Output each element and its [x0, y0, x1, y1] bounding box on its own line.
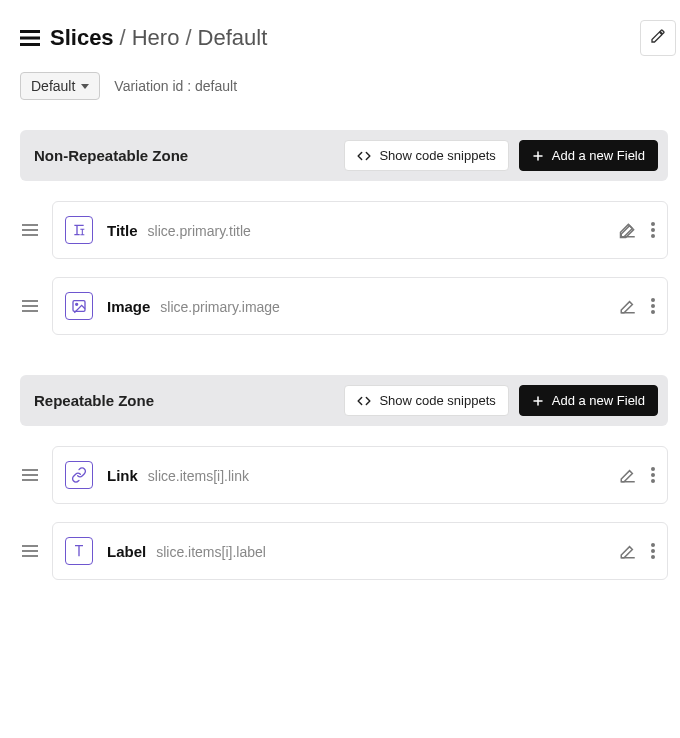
field-row: Title slice.primary.title — [20, 201, 668, 259]
field-menu-button[interactable] — [651, 467, 655, 483]
variation-select-label: Default — [31, 78, 75, 94]
field-menu-button[interactable] — [651, 298, 655, 314]
edit-field-button[interactable] — [619, 542, 637, 560]
field-menu-button[interactable] — [651, 222, 655, 238]
zone-title: Non-Repeatable Zone — [34, 147, 188, 164]
drag-handle-icon[interactable] — [20, 299, 40, 313]
svg-rect-27 — [22, 545, 38, 547]
zone-header: Repeatable Zone Show code snippets Add a… — [20, 375, 668, 426]
add-field-label: Add a new Field — [552, 393, 645, 408]
text-field-icon — [65, 216, 93, 244]
drag-handle-icon[interactable] — [20, 544, 40, 558]
svg-rect-11 — [22, 300, 38, 302]
field-path: slice.items[i].label — [156, 544, 266, 560]
edit-field-button[interactable] — [619, 221, 637, 239]
plus-icon — [532, 150, 544, 162]
svg-point-26 — [651, 479, 655, 483]
svg-rect-1 — [20, 37, 40, 40]
field-row: Image slice.primary.image — [20, 277, 668, 335]
link-field-icon — [65, 461, 93, 489]
field-name: Link — [107, 467, 138, 484]
label-field-icon — [65, 537, 93, 565]
svg-rect-13 — [22, 310, 38, 312]
variation-select[interactable]: Default — [20, 72, 100, 100]
breadcrumb-variation: Default — [198, 25, 268, 51]
svg-point-25 — [651, 473, 655, 477]
menu-icon[interactable] — [20, 30, 40, 46]
field-menu-button[interactable] — [651, 543, 655, 559]
edit-field-button[interactable] — [619, 297, 637, 315]
svg-rect-29 — [22, 555, 38, 557]
svg-rect-23 — [22, 479, 38, 481]
chevron-down-icon — [81, 84, 89, 89]
svg-rect-0 — [20, 30, 40, 33]
svg-rect-22 — [22, 474, 38, 476]
svg-point-16 — [651, 298, 655, 302]
field-list: Title slice.primary.title — [20, 181, 668, 335]
field-name: Title — [107, 222, 138, 239]
zone-header: Non-Repeatable Zone Show code snippets A… — [20, 130, 668, 181]
svg-rect-6 — [22, 229, 38, 231]
code-icon — [357, 394, 371, 408]
field-path: slice.items[i].link — [148, 468, 249, 484]
svg-rect-2 — [20, 43, 40, 46]
field-list: Link slice.items[i].link — [20, 426, 668, 580]
svg-rect-7 — [22, 234, 38, 236]
breadcrumb-slice[interactable]: Hero — [132, 25, 180, 51]
show-code-snippets-button[interactable]: Show code snippets — [344, 385, 508, 416]
field-name: Label — [107, 543, 146, 560]
edit-field-button[interactable] — [619, 466, 637, 484]
breadcrumb: Slices / Hero / Default — [50, 25, 267, 51]
svg-rect-21 — [22, 469, 38, 471]
field-row: Label slice.items[i].label — [20, 522, 668, 580]
add-field-label: Add a new Field — [552, 148, 645, 163]
show-snippets-label: Show code snippets — [379, 393, 495, 408]
svg-point-18 — [651, 310, 655, 314]
non-repeatable-zone: Non-Repeatable Zone Show code snippets A… — [20, 130, 668, 335]
drag-handle-icon[interactable] — [20, 468, 40, 482]
svg-point-32 — [651, 555, 655, 559]
add-field-button[interactable]: Add a new Field — [519, 385, 658, 416]
edit-button[interactable] — [640, 20, 676, 56]
svg-point-9 — [651, 228, 655, 232]
svg-point-10 — [651, 234, 655, 238]
svg-point-15 — [76, 303, 78, 305]
variation-id-label: Variation id : default — [114, 78, 237, 94]
svg-point-24 — [651, 467, 655, 471]
svg-rect-28 — [22, 550, 38, 552]
field-card: Label slice.items[i].label — [52, 522, 668, 580]
breadcrumb-sep: / — [185, 25, 191, 51]
code-icon — [357, 149, 371, 163]
field-row: Link slice.items[i].link — [20, 446, 668, 504]
field-name: Image — [107, 298, 150, 315]
plus-icon — [532, 395, 544, 407]
field-path: slice.primary.title — [148, 223, 251, 239]
show-code-snippets-button[interactable]: Show code snippets — [344, 140, 508, 171]
variation-row: Default Variation id : default — [20, 72, 680, 100]
zone-title: Repeatable Zone — [34, 392, 154, 409]
svg-point-30 — [651, 543, 655, 547]
svg-rect-12 — [22, 305, 38, 307]
drag-handle-icon[interactable] — [20, 223, 40, 237]
field-card: Link slice.items[i].link — [52, 446, 668, 504]
add-field-button[interactable]: Add a new Field — [519, 140, 658, 171]
field-card: Image slice.primary.image — [52, 277, 668, 335]
field-path: slice.primary.image — [160, 299, 280, 315]
repeatable-zone: Repeatable Zone Show code snippets Add a… — [20, 375, 668, 580]
svg-rect-5 — [22, 224, 38, 226]
image-field-icon — [65, 292, 93, 320]
show-snippets-label: Show code snippets — [379, 148, 495, 163]
breadcrumb-root[interactable]: Slices — [50, 25, 114, 51]
header: Slices / Hero / Default — [20, 20, 680, 56]
breadcrumb-sep: / — [120, 25, 126, 51]
field-card: Title slice.primary.title — [52, 201, 668, 259]
pencil-icon — [650, 28, 666, 48]
svg-point-8 — [651, 222, 655, 226]
svg-point-31 — [651, 549, 655, 553]
svg-point-17 — [651, 304, 655, 308]
